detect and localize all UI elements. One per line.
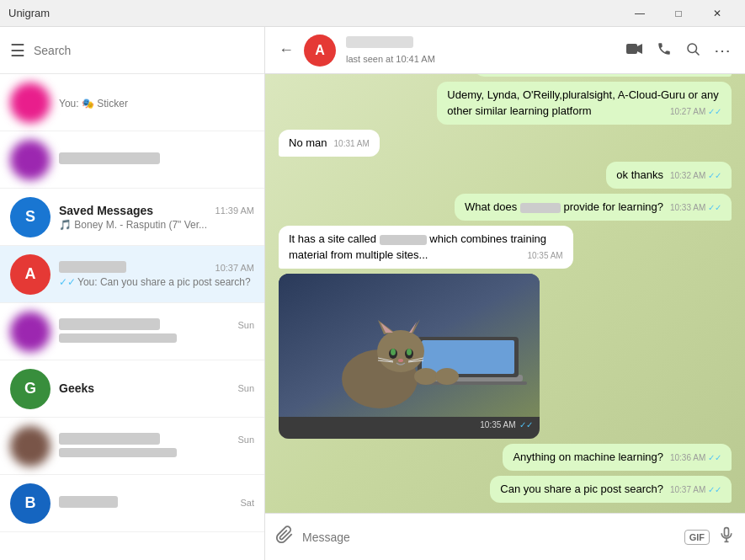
message-row: It has a site called which combines trai… xyxy=(279,226,732,268)
chat-item-chat8[interactable]: B Sat xyxy=(0,475,264,532)
window-controls: — □ ✕ xyxy=(620,0,737,27)
minimize-button[interactable]: — xyxy=(620,0,659,27)
message-row: ok thanks10:32 AM ✓✓ xyxy=(279,162,732,189)
svg-point-17 xyxy=(391,349,396,355)
sidebar: ☰ You: 🎭 Sticker SSaved Messages11:39 AM… xyxy=(0,27,265,560)
message-row: Anything on machine learning?10:36 AM ✓✓ xyxy=(279,444,732,471)
svg-point-24 xyxy=(414,368,438,385)
chat-name: Saved Messages xyxy=(59,204,153,217)
message-row: GIF xyxy=(279,274,732,439)
chat-info: Saved Messages11:39 AM🎵 Boney M. - Raspu… xyxy=(59,204,254,231)
svg-point-25 xyxy=(435,368,459,385)
message-bubble: Udemy, Lynda, O'Reilly,pluralsight, A-Cl… xyxy=(437,82,732,124)
message-bubble: Do you have access to any of these?10:27… xyxy=(474,74,732,77)
avatar xyxy=(10,426,51,467)
chat-preview: 🎵 Boney M. - Rasputin (7" Ver... xyxy=(59,219,254,231)
message-row: No man10:31 AM xyxy=(279,130,732,157)
search-icon[interactable] xyxy=(685,41,700,60)
svg-rect-8 xyxy=(422,340,514,374)
chat-list: You: 🎭 Sticker SSaved Messages11:39 AM🎵 … xyxy=(0,74,264,560)
maximize-button[interactable]: □ xyxy=(659,0,698,27)
message-bubble: ok thanks10:32 AM ✓✓ xyxy=(606,162,732,189)
chat-info: Sun xyxy=(59,318,254,345)
attach-icon[interactable] xyxy=(275,525,294,548)
message-bubble: No man10:31 AM xyxy=(279,130,380,157)
main-layout: ☰ You: 🎭 Sticker SSaved Messages11:39 AM… xyxy=(0,27,745,560)
avatar: B xyxy=(10,483,51,524)
chat-header-info: last seen at 10:41 AM xyxy=(346,36,616,64)
chat-area: ← A last seen at 10:41 AM ⋯ hi10:26 AM xyxy=(265,27,745,560)
chat-info: You: 🎭 Sticker xyxy=(59,96,254,109)
more-options-icon[interactable]: ⋯ xyxy=(714,40,732,61)
chat-preview xyxy=(59,448,254,460)
hamburger-icon[interactable]: ☰ xyxy=(10,40,25,61)
chat-preview: You: 🎭 Sticker xyxy=(59,98,254,109)
chat-item-chat5[interactable]: Sun xyxy=(0,303,264,360)
chat-name xyxy=(59,496,118,509)
phone-icon[interactable] xyxy=(657,41,672,60)
message-row: Udemy, Lynda, O'Reilly,pluralsight, A-Cl… xyxy=(279,82,732,124)
svg-line-3 xyxy=(695,51,699,55)
chat-name: Geeks xyxy=(59,381,94,395)
chat-preview xyxy=(59,333,254,345)
chat-name xyxy=(59,152,160,166)
chat-info: Sat xyxy=(59,496,254,511)
message-bubble: Can you share a pic post search?10:37 AM… xyxy=(490,476,732,503)
mic-icon[interactable] xyxy=(718,525,735,548)
chat-info: 10:37 AM✓✓You: Can you share a pic post … xyxy=(59,261,254,288)
chat-item-chat3[interactable]: SSaved Messages11:39 AM🎵 Boney M. - Rasp… xyxy=(0,189,264,246)
chat-preview: ✓✓You: Can you share a pic post search? xyxy=(59,276,254,288)
chat-header-name xyxy=(346,36,413,48)
back-button[interactable]: ← xyxy=(279,41,294,59)
chat-time: 11:39 AM xyxy=(216,205,254,216)
chat-item-chat7[interactable]: Sun xyxy=(0,418,264,475)
chat-info: Sun xyxy=(59,433,254,460)
chat-header: ← A last seen at 10:41 AM ⋯ xyxy=(265,27,745,74)
chat-time: Sun xyxy=(237,383,254,393)
message-input[interactable] xyxy=(302,531,676,544)
close-button[interactable]: ✕ xyxy=(698,0,737,27)
chat-name xyxy=(59,318,160,332)
svg-point-10 xyxy=(377,330,424,372)
gif-image xyxy=(279,274,540,417)
message-row: What does provide for learning?10:33 AM … xyxy=(279,194,732,221)
chat-info: GeeksSun xyxy=(59,381,254,397)
avatar: G xyxy=(10,369,51,409)
chat-name xyxy=(59,261,126,275)
avatar: A xyxy=(10,254,51,295)
chat-info xyxy=(59,152,254,168)
chat-item-chat6[interactable]: GGeeksSun xyxy=(0,360,264,418)
svg-rect-0 xyxy=(626,44,637,54)
chat-item-chat1[interactable]: You: 🎭 Sticker xyxy=(0,74,264,131)
message-bubble: What does provide for learning?10:33 AM … xyxy=(455,194,732,221)
chat-item-chat4[interactable]: A 10:37 AM✓✓You: Can you share a pic pos… xyxy=(0,246,264,303)
message-input-bar: GIF xyxy=(265,513,745,560)
message-bubble: It has a site called which combines trai… xyxy=(279,226,573,268)
chat-time: Sat xyxy=(240,498,254,508)
app-title: Unigram xyxy=(8,7,50,19)
gif-button[interactable]: GIF xyxy=(684,530,710,545)
message-row: Do you have access to any of these?10:27… xyxy=(279,74,732,77)
messages-container: hi10:26 AM ✓✓Do you have access to any o… xyxy=(265,74,745,513)
chat-time: Sun xyxy=(237,320,254,330)
svg-point-2 xyxy=(688,44,697,53)
avatar xyxy=(10,83,51,123)
titlebar: Unigram — □ ✕ xyxy=(0,0,745,27)
message-row: Can you share a pic post search?10:37 AM… xyxy=(279,476,732,503)
svg-rect-26 xyxy=(725,528,729,536)
video-call-icon[interactable] xyxy=(626,42,643,59)
avatar: S xyxy=(10,197,51,237)
search-input[interactable] xyxy=(34,35,254,66)
svg-point-18 xyxy=(407,349,412,355)
chat-header-actions: ⋯ xyxy=(626,40,732,61)
svg-marker-1 xyxy=(637,44,642,54)
chat-header-avatar: A xyxy=(304,35,336,67)
sidebar-header: ☰ xyxy=(0,27,264,74)
gif-bubble: GIF xyxy=(279,274,540,439)
message-bubble: Anything on machine learning?10:36 AM ✓✓ xyxy=(503,444,732,471)
chat-header-status: last seen at 10:41 AM xyxy=(346,54,616,64)
chat-item-chat2[interactable] xyxy=(0,131,264,189)
avatar xyxy=(10,140,51,180)
chat-time: Sun xyxy=(237,435,254,445)
avatar xyxy=(10,312,51,352)
